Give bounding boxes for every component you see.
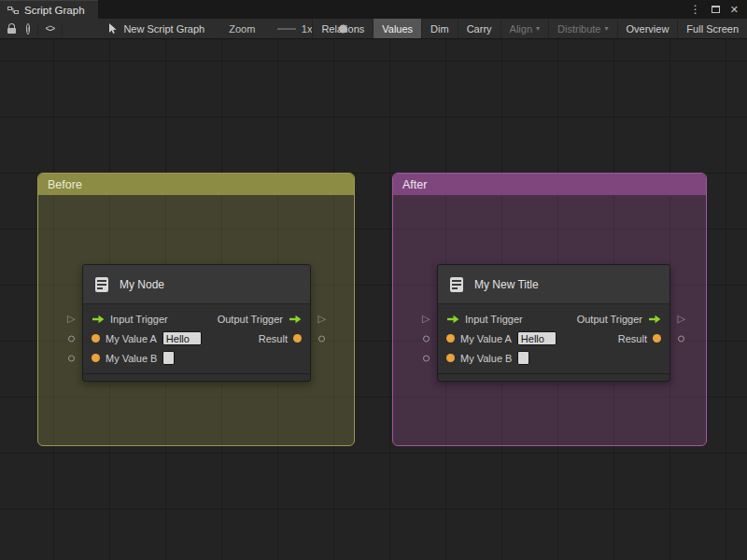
- unit-icon: [447, 275, 466, 294]
- kebab-menu-icon[interactable]: ⋮: [690, 4, 701, 15]
- value-b-label: My Value B: [106, 353, 157, 364]
- value-b-field[interactable]: [162, 351, 175, 365]
- value-b-label: My Value B: [460, 353, 512, 364]
- input-trigger-arrow-icon[interactable]: [92, 315, 105, 324]
- toolbar-buttons: Relations Values Dim Carry Align ▾ Distr…: [312, 19, 747, 38]
- trigger-row: ▷ Input Trigger Output Trigger ▷: [83, 309, 310, 329]
- maximize-icon[interactable]: [712, 6, 720, 13]
- group-after-header[interactable]: After: [393, 174, 706, 195]
- node-ports: ▷ Input Trigger Output Trigger ▷: [438, 304, 669, 371]
- node-header[interactable]: My Node: [83, 265, 310, 304]
- node-footer: [83, 373, 310, 381]
- tab-script-graph[interactable]: Script Graph: [0, 0, 98, 19]
- values-button[interactable]: Values: [373, 19, 421, 38]
- value-a-field[interactable]: [517, 331, 557, 345]
- code-view-icon[interactable]: <>: [45, 23, 54, 34]
- value-b-port-icon[interactable]: [92, 354, 100, 362]
- value-a-label: My Value A: [460, 333, 512, 344]
- output-trigger-arrow-icon[interactable]: [648, 315, 661, 324]
- output-trigger-external-port[interactable]: ▷: [678, 314, 685, 324]
- graph-name-label[interactable]: New Script Graph: [123, 23, 204, 35]
- value-b-field[interactable]: [517, 351, 529, 365]
- carry-button[interactable]: Carry: [458, 19, 500, 38]
- result-port-icon[interactable]: [653, 334, 661, 343]
- value-b-port-icon[interactable]: [446, 354, 455, 362]
- result-external-port[interactable]: [318, 335, 325, 342]
- chevron-down-icon: ▾: [605, 24, 609, 33]
- result-port-icon[interactable]: [293, 334, 302, 343]
- lock-icon[interactable]: [7, 19, 16, 39]
- value-a-external-port[interactable]: [68, 335, 75, 342]
- result-label: Result: [618, 333, 647, 344]
- overview-button[interactable]: Overview: [617, 19, 678, 38]
- zoom-label: Zoom: [229, 23, 255, 35]
- window-controls: ⋮ ✕: [690, 0, 747, 19]
- node-header[interactable]: My New Title: [438, 265, 669, 304]
- node-footer: [438, 373, 669, 381]
- zoom-value: 1x: [302, 23, 313, 35]
- graph-asset-icon: [106, 22, 119, 35]
- input-trigger-external-port[interactable]: ▷: [67, 314, 75, 324]
- node-title: My New Title: [474, 278, 539, 291]
- value-a-port-icon[interactable]: [446, 334, 455, 343]
- graph-canvas[interactable]: Before After My Node: [0, 39, 747, 560]
- group-title: Before: [48, 178, 82, 191]
- value-b-external-port[interactable]: [68, 355, 75, 361]
- distribute-dropdown-button[interactable]: Distribute ▾: [548, 19, 616, 38]
- output-trigger-arrow-icon[interactable]: [289, 315, 302, 324]
- result-label: Result: [259, 333, 288, 344]
- value-a-label: My Value A: [106, 333, 157, 344]
- unit-icon: [92, 275, 111, 294]
- tab-bar: Script Graph ⋮ ✕: [0, 0, 747, 19]
- script-graph-tab-icon: [7, 5, 19, 16]
- close-icon[interactable]: ✕: [730, 5, 739, 15]
- dim-button[interactable]: Dim: [421, 19, 458, 38]
- node-my-new-title[interactable]: My New Title ▷ Input Trigger Output Trig…: [437, 264, 670, 382]
- graph-toolbar: i <> New Script Graph Zoom 1x Relations …: [0, 19, 747, 39]
- group-title: After: [402, 178, 427, 191]
- value-b-row: My Value B: [438, 348, 669, 368]
- info-icon[interactable]: i: [26, 23, 30, 35]
- align-dropdown-button[interactable]: Align ▾: [500, 19, 548, 38]
- node-title: My Node: [120, 278, 164, 291]
- trigger-row: ▷ Input Trigger Output Trigger ▷: [438, 309, 669, 329]
- output-trigger-label: Output Trigger: [218, 314, 283, 325]
- zoom-slider-handle[interactable]: [339, 24, 347, 33]
- zoom-slider[interactable]: [277, 19, 295, 39]
- result-external-port[interactable]: [678, 335, 684, 342]
- output-trigger-label: Output Trigger: [577, 314, 642, 325]
- input-trigger-label: Input Trigger: [110, 314, 168, 325]
- unity-window: Script Graph ⋮ ✕ i <> New Script Graph Z…: [0, 0, 747, 560]
- input-trigger-external-port[interactable]: ▷: [422, 314, 430, 324]
- value-b-row: My Value B: [83, 348, 310, 368]
- value-a-external-port[interactable]: [423, 335, 430, 342]
- chevron-down-icon: ▾: [536, 24, 540, 33]
- tab-title: Script Graph: [24, 5, 85, 16]
- value-a-row: My Value A Result: [438, 329, 669, 348]
- value-b-external-port[interactable]: [423, 355, 430, 361]
- node-ports: ▷ Input Trigger Output Trigger ▷: [83, 304, 310, 371]
- group-before-header[interactable]: Before: [38, 174, 354, 195]
- output-trigger-external-port[interactable]: ▷: [318, 314, 326, 324]
- zoom-slider-track: [277, 28, 295, 30]
- input-trigger-label: Input Trigger: [465, 314, 523, 325]
- input-trigger-arrow-icon[interactable]: [446, 315, 459, 324]
- node-my-node[interactable]: My Node ▷ Input Trigger Output Trigger: [82, 264, 311, 382]
- value-a-port-icon[interactable]: [92, 334, 100, 343]
- value-a-row: My Value A Result: [83, 329, 310, 348]
- fullscreen-button[interactable]: Full Screen: [677, 19, 747, 38]
- value-a-field[interactable]: [162, 331, 202, 345]
